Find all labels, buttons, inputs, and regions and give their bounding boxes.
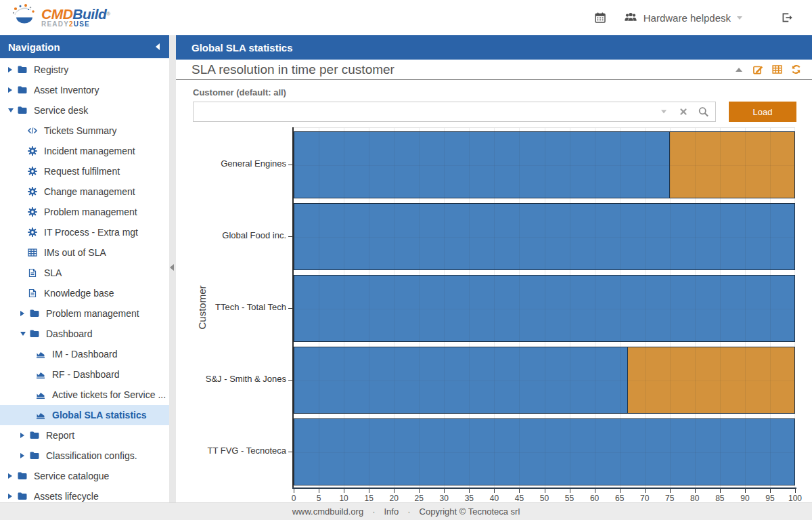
group-selector[interactable]: Hardware helpdesk [624,12,742,24]
x-axis-tick [745,489,746,493]
caret-down-icon[interactable] [20,332,29,336]
app-header: CMDBuild® READY2USE [0,0,812,35]
sidebar-item-label: Request fulfilment [44,166,120,177]
footer-separator: · [407,506,410,517]
x-axis-tick-label: 5 [307,494,330,502]
category-label: Global Food inc. [176,230,286,240]
gridline [294,309,795,309]
folder-icon [17,64,28,75]
gridline [444,128,445,488]
sidebar-item-request-fulfilment[interactable]: Request fulfilment [0,161,169,181]
caret-right-icon[interactable] [8,473,17,479]
folder-icon [17,491,28,502]
sidebar-item-im-dashboard[interactable]: IM - Dashboard [0,344,169,364]
sidebar-item-problem-management[interactable]: Problem management [0,303,169,324]
document-icon [27,267,38,278]
sidebar-item-label: Assets lifecycle [34,491,99,502]
y-axis-tick [288,308,293,309]
clear-filter-icon[interactable] [752,64,764,75]
sidebar-item-tickets-summary[interactable]: Tickets Summary [0,121,169,141]
x-axis-tick [469,489,470,493]
folder-icon [29,430,40,441]
sidebar-item-label: SLA [44,267,62,278]
sidebar-item-label: Problem management [46,308,139,319]
chart-plot-area [294,127,795,488]
x-axis-tick [620,489,621,493]
sidebar-item-service-desk[interactable]: Service desk [0,100,169,121]
footer-www-cmdbuild-org[interactable]: www.cmdbuild.org [292,506,364,517]
sidebar-item-active-tickets-for-service[interactable]: Active tickets for Service ... [0,385,169,405]
x-axis-tick [670,489,671,493]
caret-right-icon[interactable] [20,311,29,316]
gridline [519,128,520,488]
gridline [294,381,795,381]
gridline [770,128,771,488]
sidebar-item-label: Classification configs. [46,450,137,461]
combo-clear-icon[interactable] [679,107,688,116]
collapse-panel-icon[interactable] [736,68,742,72]
sidebar-item-report[interactable]: Report [0,425,169,446]
refresh-icon[interactable] [790,64,802,75]
combo-dropdown-icon[interactable] [661,110,667,114]
sidebar-item-asset-inventory[interactable]: Asset Inventory [0,80,169,100]
footer-info[interactable]: Info [384,506,399,517]
load-button[interactable]: Load [729,102,796,122]
caret-right-icon[interactable] [8,494,17,499]
sidebar-item-global-sla-statistics[interactable]: Global SLA statistics [0,405,169,425]
gridline [720,128,721,488]
sidebar-item-dashboard[interactable]: Dashboard [0,324,169,344]
sidebar-item-it-process-extra-mgt[interactable]: IT Process - Extra mgt [0,222,169,242]
gridline [670,128,671,488]
gear-icon [27,166,38,177]
logout-icon[interactable] [782,12,793,23]
x-axis-tick [319,489,319,493]
sidebar-item-problem-management[interactable]: Problem management [0,202,169,222]
customer-combobox [193,102,716,122]
sidebar-item-assets-lifecycle[interactable]: Assets lifecycle [0,486,169,502]
sidebar-item-change-management[interactable]: Change management [0,181,169,202]
folder-icon [17,85,28,95]
chevron-down-icon [737,16,742,20]
caret-right-icon[interactable] [20,453,29,458]
sidebar-item-ims-out-of-sla[interactable]: IMs out of SLA [0,242,169,263]
x-axis-tick [545,489,545,493]
gridline [394,128,394,488]
gridline [545,128,545,488]
sidebar-item-incident-management[interactable]: Incident management [0,141,169,161]
sidebar-item-label: Registry [34,64,68,75]
sidebar-item-label: Report [46,430,74,441]
customer-input[interactable] [194,102,715,121]
sidebar-item-registry[interactable]: Registry [0,60,169,80]
sidebar-item-service-catalogue[interactable]: Service catalogue [0,466,169,486]
group-label: Hardware helpdesk [644,12,731,24]
page-title: Global SLA statistics [176,35,812,60]
splitter-collapse-icon[interactable] [170,264,174,271]
splitter[interactable] [169,35,176,502]
search-icon[interactable] [698,106,709,118]
sidebar-item-knowledge-base[interactable]: Knowledge base [0,283,169,303]
table-view-icon[interactable] [771,64,783,75]
sidebar-item-rf-dashboard[interactable]: RF - Dashboard [0,364,169,385]
x-axis-tick-label: 95 [759,494,782,502]
caret-right-icon[interactable] [8,67,17,72]
category-label: General Engines [176,158,286,169]
x-axis-tick [419,489,420,493]
category-label: TTech - Total Tech [176,302,286,312]
x-axis-tick-label: 55 [558,494,581,502]
gridline [494,128,495,488]
main-panel: Global SLA statistics SLA resolution in … [176,35,812,502]
calendar-icon[interactable] [594,12,606,24]
x-axis-tick [770,489,771,493]
caret-right-icon[interactable] [8,87,17,93]
app-footer: www.cmdbuild.org·Info·Copyright © Tecnot… [0,502,812,520]
x-axis-tick-label: 65 [608,494,631,502]
sidebar-item-classification-configs[interactable]: Classification configs. [0,446,169,466]
caret-right-icon[interactable] [20,433,29,438]
document-icon [27,288,38,299]
x-axis-tick [394,489,394,493]
sidebar-item-sla[interactable]: SLA [0,263,169,283]
caret-down-icon[interactable] [8,108,17,112]
users-icon [624,12,637,24]
sidebar-collapse-icon[interactable] [156,43,160,50]
gridline [369,128,369,488]
